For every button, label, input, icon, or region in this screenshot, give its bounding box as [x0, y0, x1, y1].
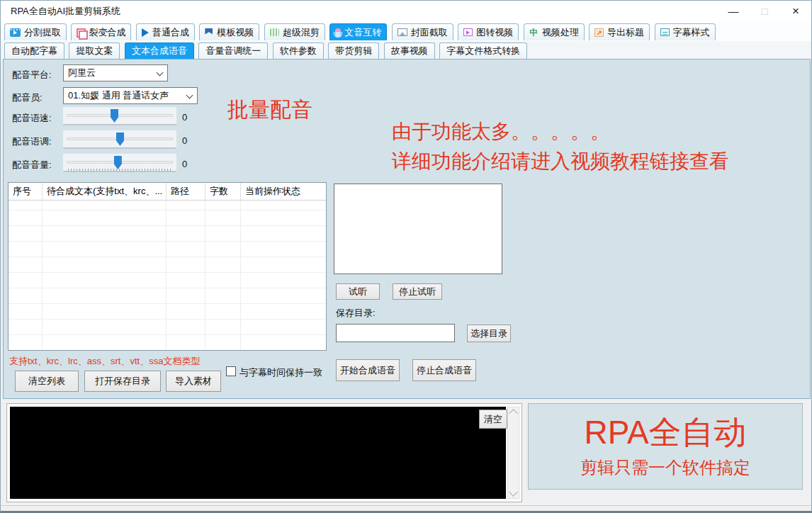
slider-thumb[interactable] — [114, 156, 122, 169]
tab-label: 普通合成 — [152, 26, 189, 39]
subtitle-sync-label: 与字幕时间保持一致 — [239, 366, 322, 379]
log-panel: 清空 — [6, 403, 522, 502]
slider-thumb[interactable] — [111, 109, 118, 123]
play-icon — [142, 28, 149, 37]
column-header-status[interactable]: 当前操作状态 — [241, 183, 326, 200]
slider-ticks — [68, 169, 171, 171]
tab-subtitle-style[interactable]: 字幕样式 — [655, 23, 716, 40]
column-header-text[interactable]: 待合成文本(支持txt、krc、... — [43, 183, 167, 200]
tab-label: 裂变合成 — [89, 26, 125, 39]
tab-software-params[interactable]: 软件参数 — [273, 43, 324, 59]
app-window: RPA全自动AI批量剪辑系统 — □ × 分割提取 裂变合成 普通合成 模板视频… — [0, 0, 812, 513]
tab-volume-pitch-unify[interactable]: 音量音调统一 — [198, 43, 268, 59]
preview-text-area[interactable] — [334, 184, 502, 274]
import-material-button[interactable]: 导入素材 — [166, 371, 221, 392]
tab-extract-script[interactable]: 提取文案 — [69, 43, 120, 59]
tab-subtitle-format-convert[interactable]: 字幕文件格式转换 — [439, 43, 527, 59]
branding-panel: RPA全自动 剪辑只需一个软件搞定 — [528, 403, 803, 490]
platform-value: 阿里云 — [68, 67, 96, 78]
minimize-button[interactable]: — — [718, 1, 749, 22]
tab-label: 分割提取 — [24, 26, 61, 39]
synthesis-task-table: 序号 待合成文本(支持txt、krc、... 路径 字数 当前操作状态 — [8, 182, 327, 351]
voice-label: 配音员: — [12, 91, 43, 104]
tab-text-audio-convert[interactable]: 文音互转 — [329, 23, 387, 40]
log-output — [10, 407, 506, 499]
column-header-path[interactable]: 路径 — [167, 183, 205, 200]
stop-listen-button[interactable]: 停止试听 — [393, 283, 442, 300]
clear-list-button[interactable]: 清空列表 — [15, 371, 79, 392]
tab-label: 封面截取 — [411, 26, 448, 39]
speed-slider — [63, 107, 176, 125]
tab-text-to-speech[interactable]: 文本合成语音 — [125, 43, 194, 59]
column-header-count[interactable]: 字数 — [205, 183, 241, 200]
tab-super-mix[interactable]: 超级混剪 — [264, 23, 325, 40]
voice-select[interactable]: 01.知媛 通用 普通话女声 — [63, 87, 198, 104]
fission-squares-icon — [77, 28, 85, 37]
tab-cover-capture[interactable]: 封面截取 — [392, 23, 453, 40]
save-dir-label: 保存目录: — [336, 307, 376, 320]
platform-select[interactable]: 阿里云 — [63, 64, 168, 81]
close-button[interactable]: × — [780, 1, 811, 22]
stop-synthesis-button[interactable]: 停止合成语音 — [412, 359, 476, 381]
subtitle-sync-checkbox[interactable] — [226, 366, 236, 376]
image-play-icon — [463, 28, 473, 36]
save-dir-input[interactable] — [336, 324, 455, 342]
branding-title: RPA全自动 — [584, 414, 746, 451]
tab-export-title[interactable]: 导出标题 — [589, 23, 650, 40]
main-tab-bar: 分割提取 裂变合成 普通合成 模板视频 超级混剪 文音互转 封面截取 图转视频 … — [1, 22, 811, 41]
scroll-down-icon[interactable] — [509, 487, 518, 497]
start-synthesis-button[interactable]: 开始合成语音 — [336, 359, 400, 381]
pitch-slider — [63, 130, 176, 149]
annotation-line2: 详细功能介绍请进入视频教程链接查看 — [392, 148, 729, 175]
pitch-value: 0 — [182, 135, 187, 146]
tab-label: 模板视频 — [217, 26, 254, 39]
table-body — [9, 201, 326, 350]
volume-value: 0 — [182, 159, 187, 169]
pitch-label: 配音语调: — [12, 135, 52, 148]
window-controls: — □ × — [718, 1, 811, 22]
tab-label: 图转视频 — [476, 26, 513, 39]
tab-story-video[interactable]: 故事视频 — [384, 43, 435, 59]
tab-label: 字幕样式 — [673, 26, 710, 39]
branding-subtitle: 剪辑只需一个软件搞定 — [580, 456, 750, 479]
chevron-down-icon — [157, 69, 164, 77]
tab-auto-subtitle[interactable]: 自动配字幕 — [4, 43, 64, 59]
export-icon — [594, 28, 604, 37]
speed-value: 0 — [182, 112, 187, 123]
tab-label: 文音互转 — [344, 26, 381, 39]
tab-split-extract[interactable]: 分割提取 — [4, 23, 67, 40]
microphone-icon — [335, 28, 341, 37]
listen-button[interactable]: 试听 — [336, 283, 380, 300]
platform-label: 配音平台: — [12, 69, 52, 81]
speed-label: 配音语速: — [12, 112, 52, 125]
tab-normal-merge[interactable]: 普通合成 — [136, 23, 195, 40]
slider-thumb[interactable] — [116, 133, 124, 146]
clear-log-button[interactable]: 清空 — [479, 410, 507, 429]
volume-slider — [63, 154, 176, 172]
image-icon — [397, 28, 407, 36]
tab-fission-merge[interactable]: 裂变合成 — [71, 23, 131, 40]
maximize-button[interactable]: □ — [749, 1, 780, 22]
choose-dir-button[interactable]: 选择目录 — [467, 325, 511, 342]
window-title: RPA全自动AI批量剪辑系统 — [11, 1, 120, 22]
open-save-dir-button[interactable]: 打开保存目录 — [84, 371, 161, 392]
video-process-icon — [529, 28, 538, 37]
tab-template-video[interactable]: 模板视频 — [199, 23, 259, 40]
subtitle-style-icon — [660, 28, 670, 36]
batch-dubbing-annotation: 批量配音 — [227, 96, 312, 125]
sound-wave-icon — [270, 28, 279, 36]
voice-value: 01.知媛 通用 普通话女声 — [68, 90, 169, 101]
tab-label: 视频处理 — [542, 26, 579, 39]
log-scrollbar[interactable] — [507, 407, 519, 499]
title-bar: RPA全自动AI批量剪辑系统 — □ × — [1, 1, 811, 22]
film-play-icon — [10, 28, 21, 37]
column-header-index[interactable]: 序号 — [9, 183, 43, 200]
scroll-up-icon[interactable] — [509, 409, 518, 418]
tab-ecommerce-edit[interactable]: 带货剪辑 — [328, 43, 379, 59]
tab-label: 超级混剪 — [283, 26, 320, 39]
tab-video-process[interactable]: 视频处理 — [524, 23, 585, 40]
annotation-line1: 由于功能太多。。。。。 — [392, 118, 610, 145]
tab-image-to-video[interactable]: 图转视频 — [458, 23, 519, 40]
flag-icon — [205, 28, 213, 37]
supported-formats-note: 支持txt、krc、lrc、ass、srt、vtt、ssa文档类型 — [9, 355, 200, 368]
